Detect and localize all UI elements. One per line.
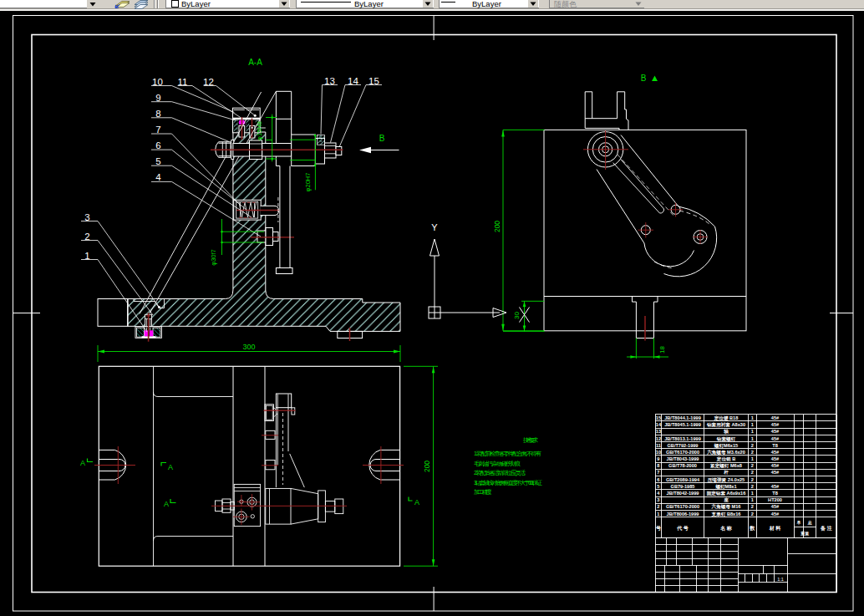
svg-text:7: 7	[657, 470, 659, 475]
svg-text:材 料: 材 料	[769, 525, 781, 532]
svg-text:1.装配前检查各零件配合面, 不得有: 1.装配前检查各零件配合面, 不得有	[474, 451, 541, 457]
svg-text:45#: 45#	[771, 429, 780, 434]
svg-text:钻套螺钉: 钻套螺钉	[716, 436, 736, 442]
svg-text:8: 8	[657, 463, 659, 468]
svg-text:紧定螺钉 M6x8: 紧定螺钉 M6x8	[710, 463, 742, 469]
svg-text:座: 座	[723, 497, 729, 502]
svg-text:JB/T8045.1-1999: JB/T8045.1-1999	[664, 422, 701, 427]
svg-text:A: A	[168, 463, 173, 471]
svg-text:技术要求: 技术要求	[522, 437, 538, 444]
svg-text:18: 18	[658, 346, 666, 354]
svg-text:9: 9	[155, 93, 160, 103]
svg-text:1: 1	[751, 429, 754, 434]
svg-text:名 称: 名 称	[719, 525, 733, 532]
svg-text:JB/T8006-1999: JB/T8006-1999	[667, 512, 699, 517]
svg-text:固定钻套 A6x9x16: 固定钻套 A6x9x16	[707, 491, 746, 496]
svg-text:单: 单	[796, 520, 800, 525]
svg-text:杆: 杆	[723, 470, 729, 475]
svg-text:2: 2	[751, 504, 754, 509]
svg-text:2: 2	[751, 484, 754, 489]
svg-text:15: 15	[368, 76, 379, 86]
svg-text:1: 1	[751, 497, 754, 502]
svg-text:重量: 重量	[800, 531, 809, 536]
svg-text:φ15H8: φ15H8	[256, 121, 263, 140]
svg-text:T8: T8	[772, 491, 778, 496]
svg-text:GB/T792-1999: GB/T792-1999	[667, 443, 698, 448]
svg-text:GB/T78-2000: GB/T78-2000	[668, 463, 697, 468]
svg-text:六角螺母 M3.6x20: 六角螺母 M3.6x20	[706, 449, 745, 456]
svg-text:2: 2	[84, 232, 89, 242]
svg-text:6: 6	[657, 477, 659, 482]
svg-text:总: 总	[807, 520, 812, 526]
svg-text:200: 200	[493, 221, 501, 232]
svg-text:六角螺母 M16: 六角螺母 M16	[711, 503, 741, 510]
svg-text:45#: 45#	[771, 415, 780, 420]
svg-text:φ30f7: φ30f7	[210, 249, 217, 265]
svg-text:6: 6	[155, 140, 160, 150]
svg-text:号: 号	[655, 525, 661, 532]
svg-text:B: B	[641, 74, 647, 83]
svg-text:45#: 45#	[771, 463, 780, 468]
svg-text:ByLayer: ByLayer	[181, 0, 211, 8]
svg-text:随颜色: 随颜色	[554, 0, 577, 8]
svg-text:钻套用衬套 A8x30: 钻套用衬套 A8x30	[706, 422, 745, 428]
svg-text:15: 15	[656, 415, 661, 420]
svg-text:10: 10	[152, 77, 163, 87]
svg-text:JB/T8013.1-1999: JB/T8013.1-1999	[664, 436, 701, 441]
svg-text:12: 12	[203, 77, 214, 87]
svg-text:30: 30	[513, 312, 521, 319]
svg-text:GB/T6170-2000: GB/T6170-2000	[666, 504, 699, 509]
svg-text:3: 3	[84, 212, 89, 222]
svg-text:GB/T6170-2000: GB/T6170-2000	[666, 450, 699, 455]
svg-text:11: 11	[656, 443, 661, 448]
svg-text:GB79-1985: GB79-1985	[671, 484, 695, 489]
svg-text:2: 2	[751, 477, 754, 482]
svg-text:2: 2	[751, 512, 754, 517]
svg-text:毛刺, 油污, 杂物, 碰伤划痕: 毛刺, 油污, 杂物, 碰伤划痕	[474, 461, 521, 467]
svg-text:A: A	[414, 498, 419, 507]
svg-text:A-A: A-A	[248, 58, 262, 67]
svg-text:45#: 45#	[771, 470, 780, 475]
svg-text:13: 13	[324, 76, 335, 86]
svg-text:200: 200	[423, 461, 431, 472]
svg-text:A: A	[80, 459, 85, 467]
svg-text:3: 3	[657, 497, 659, 502]
svg-text:1:1: 1:1	[777, 577, 784, 582]
svg-text:B: B	[379, 134, 385, 143]
svg-text:2: 2	[751, 470, 754, 475]
svg-text:45#: 45#	[771, 504, 780, 509]
svg-text:GB/T2089-1994: GB/T2089-1994	[666, 477, 700, 482]
svg-text:9: 9	[657, 456, 659, 461]
svg-text:2: 2	[751, 443, 754, 448]
svg-text:φ20H7: φ20H7	[304, 173, 312, 192]
svg-text:JB/T8044.1-1999: JB/T8044.1-1999	[664, 415, 701, 420]
svg-text:2: 2	[751, 463, 754, 468]
svg-text:1: 1	[84, 251, 89, 261]
svg-text:10: 10	[656, 450, 661, 455]
svg-text:1: 1	[657, 512, 659, 517]
svg-text:加工精度.: 加工精度.	[474, 489, 491, 496]
svg-text:Y: Y	[431, 222, 438, 232]
svg-text:1: 1	[751, 491, 754, 496]
svg-text:压缩弹簧 Z4.0x25: 压缩弹簧 Z4.0x25	[707, 477, 745, 483]
svg-text:支承钉 B8x16: 支承钉 B8x16	[711, 512, 741, 517]
svg-text:45#: 45#	[771, 484, 780, 489]
svg-text:1: 1	[751, 436, 754, 441]
svg-text:定位销 B: 定位销 B	[716, 456, 735, 462]
svg-text:3.钻套轴线对底面垂直度不大于0.01,保证: 3.钻套轴线对底面垂直度不大于0.01,保证	[474, 480, 542, 486]
svg-text:5: 5	[657, 484, 659, 489]
svg-text:轴: 轴	[723, 429, 729, 435]
svg-text:2.装配后各活动部位应灵活.: 2.装配后各活动部位应灵活.	[474, 469, 526, 476]
svg-text:8: 8	[155, 109, 160, 119]
svg-text:45#: 45#	[771, 512, 780, 517]
svg-text:定位键 B18: 定位键 B18	[714, 415, 739, 421]
svg-text:A: A	[164, 500, 169, 508]
svg-text:代 号: 代 号	[676, 525, 689, 532]
svg-text:T8: T8	[772, 443, 778, 448]
svg-text:螺钉M6x15: 螺钉M6x15	[714, 443, 738, 449]
svg-text:备 注: 备 注	[820, 525, 832, 532]
svg-text:4: 4	[155, 172, 161, 182]
svg-text:45#: 45#	[771, 450, 780, 455]
svg-text:JB/T8042-1999: JB/T8042-1999	[667, 491, 699, 496]
svg-text:HT200: HT200	[768, 497, 782, 502]
